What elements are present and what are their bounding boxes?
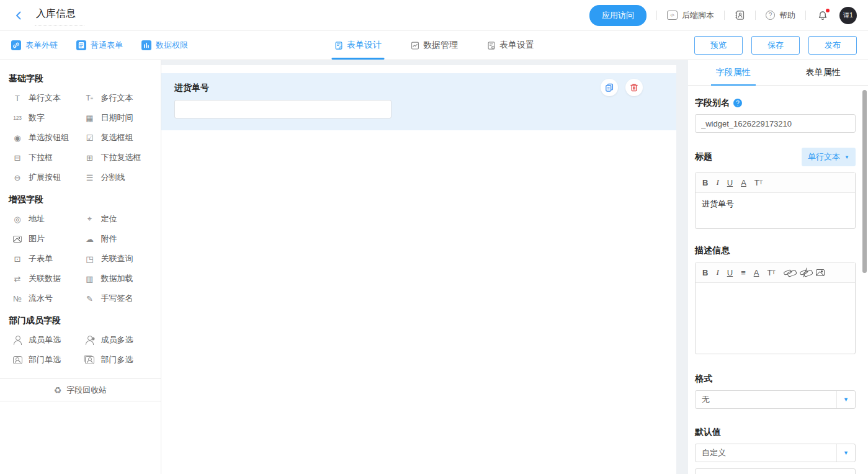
backend-script-button[interactable]: ‹/› 后端脚本 <box>667 10 714 21</box>
tab-form-settings[interactable]: 表单设置 <box>486 31 534 60</box>
contacts-button[interactable] <box>735 10 745 20</box>
notification-bell-icon[interactable] <box>817 10 828 21</box>
format-select[interactable]: 无 ▼ <box>695 390 856 409</box>
palette-item-label: 日期时间 <box>101 112 133 123</box>
tab-field-properties[interactable]: 字段属性 <box>688 60 778 85</box>
palette-item-signature[interactable]: ✎手写签名 <box>81 288 154 308</box>
avatar[interactable]: 谭1 <box>839 7 857 24</box>
radio-group-icon: ◉ <box>11 133 24 143</box>
title-editor-body[interactable]: 进货单号 <box>696 193 855 228</box>
data-permission-button[interactable]: 数据权限 <box>141 40 188 51</box>
copy-field-button[interactable] <box>601 79 618 96</box>
tab-form-properties[interactable]: 表单属性 <box>778 60 868 85</box>
help-button[interactable]: ? 帮助 <box>766 10 795 21</box>
palette-item-number[interactable]: 123数字 <box>9 108 81 128</box>
align-icon[interactable]: ≡ <box>741 268 746 277</box>
save-button[interactable]: 保存 <box>751 36 800 55</box>
palette-item-member-single[interactable]: 成员单选 <box>9 330 81 350</box>
page-title[interactable]: 入库信息 <box>35 6 84 25</box>
palette-item-linked-data[interactable]: ⇄关联数据 <box>9 269 81 288</box>
chevron-down-icon: ▼ <box>836 444 855 462</box>
default-value-select[interactable]: 自定义 ▼ <box>695 444 856 462</box>
format-label: 格式 <box>695 373 856 385</box>
back-button[interactable] <box>11 8 26 23</box>
extend-button-icon: ⊖ <box>11 173 24 182</box>
unlink-icon[interactable] <box>800 271 808 274</box>
palette-item-dept-single[interactable]: 部门单选 <box>9 350 81 370</box>
app-access-button[interactable]: 应用访问 <box>589 5 647 26</box>
palette-item-attachment[interactable]: ☁附件 <box>81 229 154 249</box>
bold-icon[interactable]: B <box>702 178 708 187</box>
palette-item-serial-number[interactable]: №流水号 <box>9 288 81 308</box>
palette-item-label: 单行文本 <box>29 92 61 104</box>
italic-icon[interactable]: I <box>716 267 718 277</box>
palette-item-single-line-text[interactable]: T单行文本 <box>9 88 81 108</box>
toolbar-links: 表单外链 普通表单 数据权限 <box>11 40 188 51</box>
palette-item-divider[interactable]: ☰分割线 <box>81 168 154 187</box>
preview-button[interactable]: 预览 <box>694 36 743 55</box>
delete-field-button[interactable] <box>625 79 643 96</box>
bold-icon[interactable]: B <box>702 268 708 277</box>
field-recycle-bin-button[interactable]: ♻ 字段回收站 <box>0 378 161 401</box>
default-custom-input[interactable] <box>695 468 856 474</box>
palette-item-data-load[interactable]: ▥数据加载 <box>81 269 154 288</box>
help-circle-icon[interactable]: ? <box>733 99 742 107</box>
palette-item-subform[interactable]: ⊡子表单 <box>9 249 81 269</box>
palette-item-image[interactable]: 图片 <box>9 229 81 249</box>
field-text-input[interactable] <box>174 100 391 118</box>
select-icon: ⊟ <box>11 153 24 163</box>
alias-input[interactable] <box>695 114 856 133</box>
dept-single-icon <box>11 356 24 364</box>
backend-script-label: 后端脚本 <box>682 10 714 21</box>
field-type-value: 单行文本 <box>808 151 840 163</box>
size-icon[interactable]: TT <box>767 268 775 277</box>
palette-item-member-multi[interactable]: 成员多选 <box>81 330 154 350</box>
palette-item-location[interactable]: ⌖定位 <box>81 209 154 229</box>
italic-icon[interactable]: I <box>716 177 718 187</box>
palette-item-address[interactable]: ◎地址 <box>9 209 81 229</box>
publish-button[interactable]: 发布 <box>808 36 857 55</box>
plain-form-button[interactable]: 普通表单 <box>76 40 123 51</box>
divider <box>755 11 756 20</box>
default-label: 默认值 <box>695 427 856 438</box>
member-multi-icon <box>84 336 96 345</box>
palette-item-label: 成员多选 <box>101 334 133 346</box>
title-row: 标题 单行文本 ▼ <box>695 148 856 166</box>
palette-grid: ◎地址⌖定位图片☁附件⊡子表单◳关联查询⇄关联数据▥数据加载№流水号✎手写签名 <box>9 209 153 308</box>
palette-item-label: 关联查询 <box>101 253 133 264</box>
link-icon[interactable] <box>784 271 792 274</box>
palette-item-multi-select[interactable]: ⊞下拉复选框 <box>81 148 154 168</box>
tab-form-design[interactable]: 表单设计 <box>334 31 382 60</box>
attachment-icon: ☁ <box>84 235 96 244</box>
inspector-tabs: 字段属性 表单属性 <box>688 60 868 86</box>
palette-item-select[interactable]: ⊟下拉框 <box>9 148 81 168</box>
size-icon[interactable]: TT <box>754 178 763 187</box>
field-type-dropdown[interactable]: 单行文本 ▼ <box>802 148 856 166</box>
palette-item-label: 数字 <box>29 112 45 123</box>
desc-editor-body[interactable] <box>696 283 855 354</box>
format-value: 无 <box>702 394 710 405</box>
color-icon[interactable]: A <box>741 178 746 187</box>
palette-item-multi-line-text[interactable]: T≡多行文本 <box>81 88 154 108</box>
color-icon[interactable]: A <box>754 268 759 277</box>
divider <box>656 11 657 20</box>
selected-field-card[interactable]: 进货单号 <box>161 73 676 130</box>
palette-item-datetime[interactable]: ▦日期时间 <box>81 108 154 128</box>
palette-item-extend-button[interactable]: ⊖扩展按钮 <box>9 168 81 187</box>
image-icon[interactable] <box>816 269 825 276</box>
center-tabs: 表单设计 数据管理 表单设置 <box>334 31 534 60</box>
data-permission-label: 数据权限 <box>156 40 188 51</box>
palette-item-dept-multi[interactable]: 部门多选 <box>81 350 154 370</box>
palette-item-linked-query[interactable]: ◳关联查询 <box>81 249 154 269</box>
underline-icon[interactable]: U <box>727 178 733 187</box>
number-icon: 123 <box>11 115 24 121</box>
tab-data-manage[interactable]: 数据管理 <box>410 31 458 60</box>
palette-item-radio-group[interactable]: ◉单选按钮组 <box>9 128 81 148</box>
external-link-button[interactable]: 表单外链 <box>11 40 58 51</box>
palette-item-checkbox-group[interactable]: ☑复选框组 <box>81 128 154 148</box>
scrollbar-thumb[interactable] <box>862 90 867 273</box>
subform-icon: ⊡ <box>11 254 24 264</box>
field-palette: 基础字段T单行文本T≡多行文本123数字▦日期时间◉单选按钮组☑复选框组⊟下拉框… <box>0 60 161 474</box>
underline-icon[interactable]: U <box>727 268 733 277</box>
form-canvas[interactable]: 进货单号 <box>161 65 676 474</box>
